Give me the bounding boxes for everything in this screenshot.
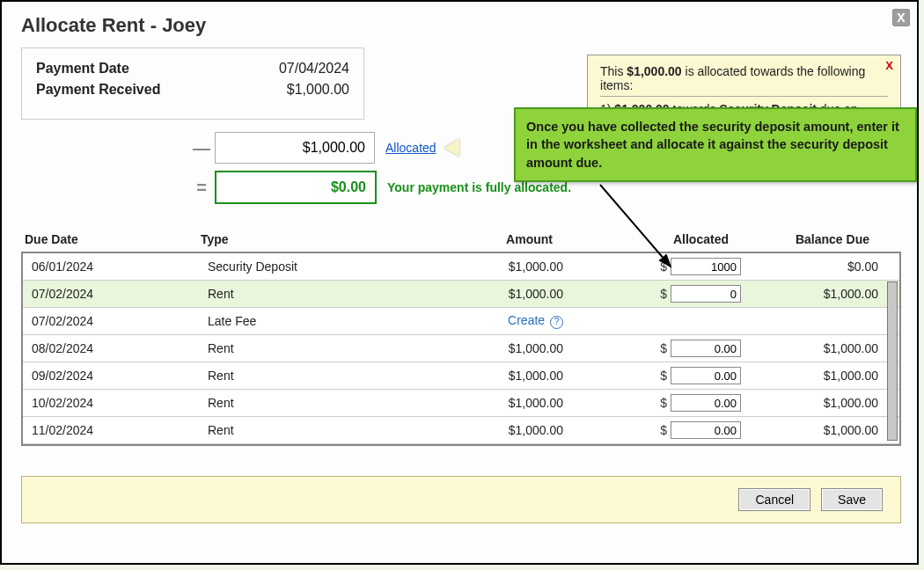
allocated-amount-display: $1,000.00 [215,132,375,164]
cell-due-date: 06/01/2024 [23,259,199,274]
dollar-sign: $ [660,259,667,274]
cell-amount: $1,000.00 [375,259,568,274]
dollar-sign: $ [660,341,667,355]
cell-due-date: 09/02/2024 [23,369,199,383]
allocated-input[interactable] [671,285,741,303]
allocated-input[interactable] [671,394,741,412]
equals-icon: = [188,178,215,198]
info-divider [600,96,888,97]
cell-allocated: $ [568,285,744,303]
cell-type: Rent [199,423,375,437]
cell-due-date: 08/02/2024 [23,341,199,355]
cell-balance: $1,000.00 [744,341,885,355]
cell-due-date: 11/02/2024 [23,423,199,437]
cell-allocated: $ [568,394,744,412]
dialog-close-icon[interactable]: X [892,9,910,26]
col-type: Type [201,232,377,246]
footer-bar: Cancel Save [21,476,901,523]
info-panel-close-icon[interactable]: X [885,59,893,72]
cell-balance: $1,000.00 [744,369,885,383]
cell-balance: $1,000.00 [744,423,885,437]
cell-amount: $1,000.00 [375,287,568,301]
cell-due-date: 10/02/2024 [23,396,199,410]
allocated-link[interactable]: Allocated [385,141,436,155]
cell-allocated: $ [568,340,744,357]
save-button[interactable]: Save [821,488,883,511]
cell-type: Rent [199,396,375,410]
dollar-sign: $ [660,287,667,301]
cell-amount: $1,000.00 [375,423,568,437]
payment-date-value: 07/04/2024 [279,61,349,77]
cell-due-date: 07/02/2024 [23,287,199,301]
col-allocated: Allocated [570,232,746,246]
cell-type: Rent [199,369,375,383]
cell-type: Security Deposit [199,259,375,274]
payment-received-value: $1,000.00 [287,82,349,98]
cell-allocated: $ [568,367,744,384]
cell-allocated: $ [568,421,744,439]
cell-type: Rent [199,287,375,301]
table-header: Due Date Type Amount Allocated Balance D… [21,227,901,252]
cell-type: Late Fee [199,314,375,328]
cell-balance: $1,000.00 [744,396,885,410]
table-row: 09/02/2024Rent$1,000.00$$1,000.00 [23,362,899,390]
cell-amount: $1,000.00 [375,369,568,383]
info-line-1: This $1,000.00 is allocated towards the … [600,64,888,92]
payment-summary-box: Payment Date 07/04/2024 Payment Received… [21,48,364,120]
table-row: 10/02/2024Rent$1,000.00$$1,000.00 [23,390,899,417]
create-late-fee-link[interactable]: Create ? [375,313,568,329]
allocated-input[interactable] [671,258,741,275]
table-row: 07/02/2024Late FeeCreate ? [23,308,899,335]
table-row: 08/02/2024Rent$1,000.00$$1,000.00 [23,335,899,362]
cell-balance: $0.00 [744,259,885,274]
cancel-button[interactable]: Cancel [738,488,810,511]
table-row: 11/02/2024Rent$1,000.00$$1,000.00 [23,417,899,444]
dollar-sign: $ [660,423,667,437]
remaining-amount-display: $0.00 [215,171,377,204]
minus-icon: — [188,138,215,158]
col-balance: Balance Due [746,232,887,246]
cell-balance: $1,000.00 [744,287,885,301]
col-amount: Amount [377,232,570,246]
cell-amount: $1,000.00 [375,396,568,410]
cell-type: Rent [199,341,375,355]
allocated-input[interactable] [671,340,741,357]
allocated-input[interactable] [671,421,741,439]
instruction-callout: Once you have collected the security dep… [514,107,917,182]
callout-pointer-icon [444,139,459,157]
help-icon[interactable]: ? [550,316,563,329]
cell-due-date: 07/02/2024 [23,314,199,328]
table-row: 06/01/2024Security Deposit$1,000.00$$0.0… [23,253,899,281]
table-row: 07/02/2024Rent$1,000.00$$1,000.00 [23,281,899,308]
payment-date-label: Payment Date [36,61,129,77]
col-due-date: Due Date [25,232,201,246]
cell-allocated: $ [568,258,744,275]
fully-allocated-message: Your payment is fully allocated. [387,180,571,194]
dollar-sign: $ [660,369,667,383]
allocated-input[interactable] [671,367,741,384]
dollar-sign: $ [660,396,667,410]
payment-received-label: Payment Received [36,82,160,98]
dialog-title: Allocate Rent - Joey [21,14,901,37]
cell-amount: $1,000.00 [375,341,568,355]
table-body: 06/01/2024Security Deposit$1,000.00$$0.0… [21,252,901,446]
